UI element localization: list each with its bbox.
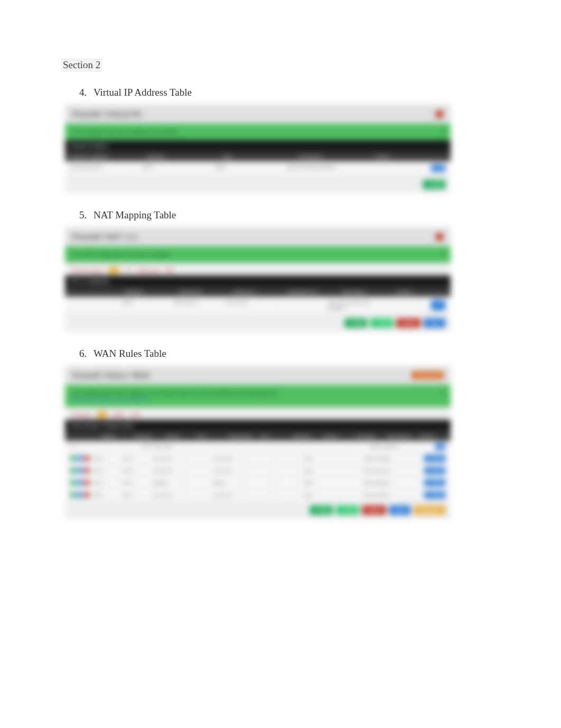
table-header: InterfaceExternal IPInternal IPDestinati… bbox=[65, 287, 451, 297]
cell: none bbox=[303, 468, 330, 473]
tab-npt[interactable]: NPt bbox=[165, 268, 174, 274]
monitor-link[interactable]: Monitor the filter reload progress. bbox=[72, 396, 443, 402]
pass-icon bbox=[70, 480, 76, 485]
column-header: Actions bbox=[375, 154, 445, 159]
cell: * bbox=[243, 468, 270, 473]
panel-footer: + Add+ AddDeleteSave bbox=[65, 314, 451, 332]
cell: Other bbox=[214, 164, 282, 172]
tab-port-forward[interactable]: Port Forward bbox=[72, 268, 103, 274]
column-header: Source bbox=[165, 434, 192, 439]
row-actions[interactable]: ✎ ⧉ bbox=[431, 300, 445, 310]
cell: * bbox=[273, 456, 300, 461]
tab-floating[interactable]: Floating bbox=[72, 412, 91, 418]
cell bbox=[70, 300, 117, 310]
column-header: Actions bbox=[419, 434, 445, 439]
save-button[interactable]: Save bbox=[424, 318, 445, 328]
add-button[interactable]: + Add bbox=[336, 505, 359, 515]
cell: * bbox=[273, 493, 300, 497]
cell: IPv4 * bbox=[123, 468, 149, 473]
cell: 10.10.10.2 bbox=[213, 456, 240, 461]
block-icon bbox=[84, 480, 89, 485]
cell: * bbox=[175, 444, 204, 449]
table-row[interactable]: 0/0 BIPv4 *pcapper*packet**noneAllow pca… bbox=[65, 477, 451, 489]
tab-indicator-icon bbox=[97, 411, 107, 419]
cell: 0/0 B bbox=[92, 468, 119, 473]
table-row[interactable]: 0/0 BIPv4 *10.10.10.2*10.10.10.1**noneAl… bbox=[65, 465, 451, 477]
item-title: NAT Mapping Table bbox=[94, 209, 500, 221]
cell: Allow return traffic bbox=[363, 493, 390, 497]
success-alert: The NAT configuration has been changed. bbox=[65, 246, 451, 263]
add-button[interactable]: + Add bbox=[310, 505, 332, 515]
delete-button[interactable]: Delete bbox=[396, 318, 420, 328]
tab-indicator-icon bbox=[108, 267, 119, 274]
table-caption: NAT 1:1 Mappings bbox=[65, 275, 451, 287]
tab-row: Port Forward1:1OutboundNPt bbox=[65, 263, 451, 275]
cell: * bbox=[183, 481, 210, 485]
table-row[interactable]: ✕**RFC 1918 networks******Block private … bbox=[65, 441, 451, 453]
tab-outbound[interactable]: Outbound bbox=[137, 268, 160, 274]
add-button[interactable]: + Add bbox=[423, 180, 445, 189]
cell: * bbox=[338, 444, 367, 449]
add-button[interactable]: + Add bbox=[370, 318, 393, 328]
tab-1:1[interactable]: 1:1 bbox=[124, 268, 132, 274]
table-row[interactable]: 0/0 BIPv4 *10.10.10.1*10.10.10.2**noneAl… bbox=[65, 453, 451, 465]
cell: IPv4 * bbox=[123, 481, 149, 485]
delete-button[interactable]: Delete bbox=[362, 505, 386, 515]
cell: * bbox=[273, 468, 300, 473]
settings-button[interactable]: ⚙ bbox=[435, 443, 445, 450]
block-icon: ✕ bbox=[70, 444, 74, 449]
status-badge: monitoring bbox=[412, 372, 443, 379]
table-row[interactable]: 192.168.0.0/24WANOtherBlock Private Netw… bbox=[65, 161, 451, 176]
cell: IPv4 * bbox=[123, 493, 149, 497]
block-icon bbox=[84, 456, 89, 461]
row-actions[interactable]: ✎ ⧉ ⌦ bbox=[424, 491, 445, 499]
list-item: NAT Mapping TableFirewall / NAT / 1:1The… bbox=[89, 209, 500, 332]
cell: * bbox=[305, 444, 334, 449]
table-row[interactable]: WAN192.168.0.110.10.10.2*One to One NAT … bbox=[65, 297, 451, 314]
cell: 10.10.10.1 bbox=[153, 456, 180, 461]
tab-wan[interactable]: WAN bbox=[113, 412, 125, 418]
screenshot-panel: Firewall / NAT / 1:1The NAT configuratio… bbox=[65, 227, 451, 332]
cell: 10.10.10.1 bbox=[213, 468, 240, 473]
cell: 10.10.10.2 bbox=[153, 493, 180, 497]
cell: * bbox=[183, 456, 210, 461]
cell: WAN bbox=[143, 164, 210, 172]
cell: packet bbox=[213, 481, 240, 485]
panel-header: Firewall / Rules / WANmonitoring bbox=[65, 366, 451, 385]
section-label: Section 2 bbox=[61, 58, 102, 72]
column-header bbox=[70, 289, 119, 294]
add-button[interactable]: + Add bbox=[344, 318, 367, 328]
panel-footer: + Add bbox=[65, 176, 451, 193]
cell: 10.10.10.2 bbox=[225, 300, 272, 310]
column-header: Description bbox=[387, 434, 414, 439]
item-title: WAN Rules Table bbox=[94, 348, 500, 360]
tab-row: FloatingWANLAN bbox=[65, 407, 451, 420]
list-item: Virtual IP Address TableFirewall / Virtu… bbox=[89, 87, 500, 193]
column-header: Port bbox=[197, 434, 223, 439]
cell: * bbox=[77, 444, 107, 449]
cell: 10.10.10.1 bbox=[213, 493, 240, 497]
cell: 0/0 B bbox=[92, 456, 119, 461]
row-actions[interactable]: ✎ ⧉ ⌦ bbox=[424, 467, 445, 474]
cell: 0/0 B bbox=[92, 493, 119, 497]
cell: One to One NAT for pcapper bbox=[328, 300, 375, 310]
separator-button[interactable]: Separator bbox=[414, 505, 445, 515]
row-actions[interactable]: ✎ ⧉ ⌦ bbox=[424, 479, 445, 486]
cell: * bbox=[110, 444, 139, 449]
cell: Allow return traffic bbox=[363, 468, 390, 473]
column-header: Actions bbox=[396, 289, 445, 294]
cell: none bbox=[303, 493, 330, 497]
help-icon[interactable] bbox=[436, 110, 443, 118]
cell: WAN bbox=[122, 300, 169, 310]
table-caption: Rules (Drag to Change Order) bbox=[65, 420, 451, 431]
save-button[interactable]: Save bbox=[389, 505, 411, 515]
column-header: Interface bbox=[146, 154, 217, 159]
table-row[interactable]: 0/0 BIPv4 *10.10.10.2*10.10.10.1**noneAl… bbox=[65, 489, 451, 501]
row-actions[interactable]: ✎ ⧉ bbox=[431, 164, 445, 172]
cell: pcapper bbox=[153, 481, 180, 485]
cell: * bbox=[276, 300, 323, 310]
row-actions[interactable]: ✎ ⧉ ⌦ bbox=[424, 455, 445, 462]
tab-lan[interactable]: LAN bbox=[130, 412, 140, 418]
help-icon[interactable] bbox=[436, 233, 443, 241]
cell: RFC 1918 networks bbox=[142, 444, 172, 449]
